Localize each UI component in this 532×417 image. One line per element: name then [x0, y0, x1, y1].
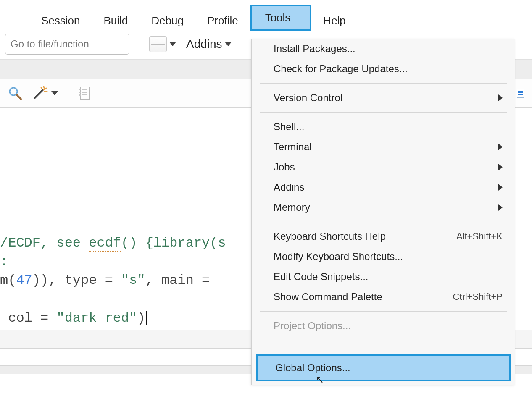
caret-down-icon [169, 42, 176, 46]
menu-profile[interactable]: Profile [195, 11, 250, 31]
menu-modify-keyboard-shortcuts[interactable]: Modify Keyboard Shortcuts... [252, 247, 515, 267]
svg-rect-7 [80, 87, 90, 100]
svg-line-2 [34, 90, 43, 98]
menu-terminal[interactable]: Terminal [252, 137, 515, 157]
menu-global-options[interactable]: Global Options... ↖ [256, 354, 511, 381]
menu-keyboard-shortcuts-help[interactable]: Keyboard Shortcuts Help Alt+Shift+K [252, 226, 515, 247]
menu-separator [260, 112, 507, 113]
menu-build[interactable]: Build [92, 11, 140, 31]
submenu-caret-icon [498, 94, 503, 101]
document-icon [517, 89, 524, 98]
menu-jobs[interactable]: Jobs [252, 157, 515, 177]
separator [138, 35, 138, 53]
shortcut-label: Ctrl+Shift+P [453, 291, 503, 302]
menu-command-palette[interactable]: Show Command Palette Ctrl+Shift+P [252, 287, 515, 307]
goto-file-input[interactable] [5, 34, 129, 55]
addins-label: Addins [186, 37, 222, 51]
pane-layout-button[interactable] [147, 34, 179, 54]
menu-separator [260, 311, 507, 312]
svg-rect-13 [79, 94, 81, 96]
menu-debug[interactable]: Debug [140, 11, 195, 31]
addins-dropdown[interactable]: Addins [184, 36, 234, 52]
shortcut-label: Alt+Shift+K [456, 231, 503, 242]
tools-menu-dropdown: Install Packages... Check for Package Up… [251, 39, 515, 385]
notebook-button[interactable] [76, 84, 94, 102]
separator [68, 84, 68, 102]
menubar: Session Build Debug Profile Tools Help [0, 0, 532, 29]
find-button[interactable] [5, 84, 25, 102]
menu-session[interactable]: Session [29, 11, 92, 31]
menu-addins[interactable]: Addins [252, 177, 515, 197]
menu-shell[interactable]: Shell... [252, 117, 515, 137]
caret-down-icon [51, 91, 58, 95]
svg-line-6 [41, 87, 42, 89]
menu-separator [260, 83, 507, 84]
submenu-caret-icon [498, 184, 503, 191]
menu-edit-code-snippets[interactable]: Edit Code Snippets... [252, 267, 515, 287]
cursor-icon: ↖ [316, 374, 324, 386]
search-icon [8, 86, 23, 101]
menu-tools[interactable]: Tools [250, 5, 312, 31]
menu-separator [260, 222, 507, 222]
code-tools-button[interactable] [29, 84, 61, 102]
menu-version-control[interactable]: Version Control [252, 88, 515, 108]
notebook-icon [79, 86, 91, 100]
submenu-caret-icon [498, 204, 503, 211]
caret-down-icon [225, 42, 232, 46]
menu-install-packages[interactable]: Install Packages... [252, 39, 515, 59]
submenu-caret-icon [498, 144, 503, 150]
svg-rect-12 [79, 92, 81, 93]
menu-project-options: Project Options... [252, 316, 515, 336]
text-cursor [146, 311, 147, 325]
wand-icon [32, 86, 49, 101]
menu-check-updates[interactable]: Check for Package Updates... [252, 59, 515, 79]
svg-line-1 [16, 94, 21, 99]
menu-memory[interactable]: Memory [252, 197, 515, 218]
submenu-caret-icon [498, 164, 503, 170]
menu-help[interactable]: Help [311, 11, 357, 31]
grid-icon [149, 36, 167, 52]
source-button[interactable] [514, 87, 527, 100]
svg-rect-11 [79, 89, 81, 90]
